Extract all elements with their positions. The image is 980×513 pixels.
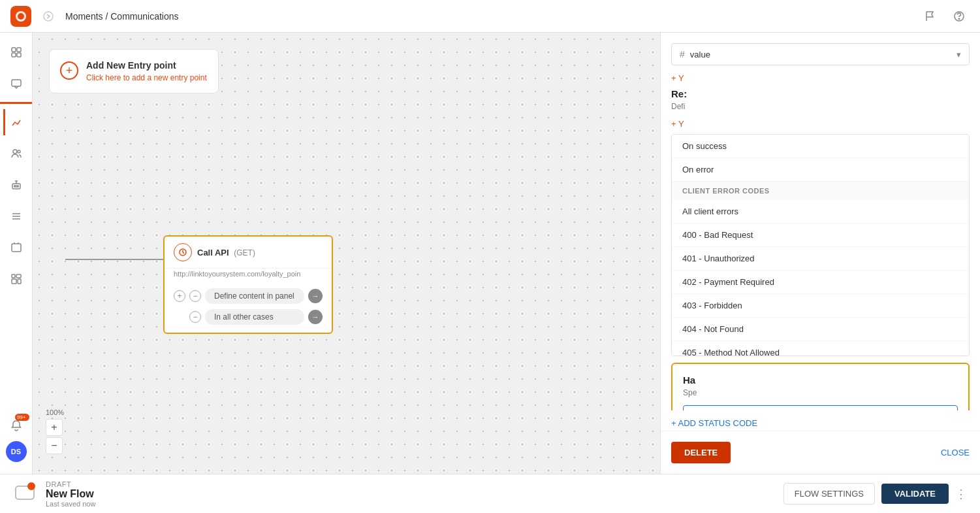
- branch-define-content[interactable]: + − Define content in panel →: [174, 288, 323, 304]
- dropdown-list-item[interactable]: On error: [672, 158, 969, 182]
- add-status-code-link[interactable]: + ADD STATUS CODE: [671, 410, 970, 431]
- sidebar-item-list[interactable]: [3, 203, 29, 229]
- notification-icon[interactable]: 99+: [3, 412, 29, 439]
- svg-point-22: [27, 482, 35, 490]
- entry-point-title: Add New Entry point: [86, 60, 207, 71]
- flow-draft-label: DRAFT: [46, 480, 95, 488]
- node-title: Call API (GET): [197, 248, 255, 257]
- svg-point-4: [958, 18, 959, 19]
- svg-rect-15: [12, 244, 21, 252]
- branch-add-icon[interactable]: +: [174, 290, 185, 302]
- sidebar-item-badge[interactable]: [3, 235, 29, 261]
- validate-button[interactable]: VALIDATE: [881, 484, 949, 504]
- branch-label: Define content in panel: [205, 288, 304, 304]
- svg-rect-14: [17, 186, 18, 187]
- svg-point-11: [18, 150, 20, 153]
- zoom-out-button[interactable]: −: [46, 437, 63, 454]
- close-button[interactable]: CLOSE: [941, 448, 970, 457]
- ha-panel: Ha Spe ▾ ✕ Please select status code: [671, 363, 970, 410]
- status-input-wrapper: ▾ ✕: [683, 405, 958, 410]
- sidebar-item-people[interactable]: [3, 141, 29, 167]
- flow-saved-label: Last saved now: [46, 500, 95, 508]
- ha-desc: Spe: [683, 388, 958, 397]
- value-dropdown[interactable]: # value ▾: [671, 43, 970, 65]
- more-options-button[interactable]: ⋮: [955, 487, 967, 501]
- branch-arrow-icon[interactable]: →: [308, 289, 323, 303]
- sidebar-item-grid2[interactable]: [3, 266, 29, 292]
- entry-point-subtitle: Click here to add a new entry point: [86, 73, 207, 82]
- chevron-down-icon: ▾: [956, 50, 961, 59]
- delete-button[interactable]: DELETE: [671, 442, 731, 463]
- dropdown-list-item[interactable]: All client errors: [672, 200, 969, 223]
- sidebar-item-robot[interactable]: [3, 172, 29, 198]
- node-icon: [174, 243, 192, 261]
- hash-icon: #: [680, 49, 685, 59]
- svg-rect-18: [12, 279, 16, 284]
- node-url: http://linktoyoursystem.com/loyalty_poin: [165, 269, 332, 283]
- branch-minus-icon2[interactable]: −: [189, 311, 201, 323]
- svg-rect-13: [14, 186, 16, 187]
- dropdown-list-item[interactable]: 405 - Method Not Allowed: [672, 341, 969, 356]
- plus-y-button2[interactable]: + Y: [671, 119, 684, 129]
- flow-name: New Flow: [46, 488, 95, 500]
- flow-icon: [13, 481, 37, 505]
- zoom-controls: 100% + −: [46, 408, 64, 454]
- dropdown-list-item[interactable]: 403 - Forbidden: [672, 294, 969, 318]
- svg-rect-16: [12, 274, 15, 278]
- response-title: Re:: [671, 88, 970, 99]
- sidebar-item-grid[interactable]: [3, 39, 29, 65]
- svg-rect-5: [12, 48, 16, 52]
- flag-button[interactable]: [920, 6, 941, 27]
- svg-rect-7: [12, 53, 16, 57]
- flow-settings-button[interactable]: FLOW SETTINGS: [783, 483, 875, 505]
- dropdown-list-item[interactable]: 404 - Not Found: [672, 318, 969, 341]
- svg-rect-17: [16, 274, 21, 278]
- dropdown-list-item[interactable]: 402 - Payment Required: [672, 271, 969, 294]
- svg-rect-9: [12, 80, 21, 86]
- entry-point-card[interactable]: + Add New Entry point Click here to add …: [49, 49, 219, 93]
- flow-info: DRAFT New Flow Last saved now: [13, 480, 95, 508]
- branch-arrow-icon2[interactable]: →: [308, 310, 323, 324]
- svg-point-2: [44, 12, 53, 21]
- user-avatar[interactable]: DS: [6, 441, 27, 462]
- dropdown-list[interactable]: On successOn errorClient error codesAll …: [671, 134, 970, 356]
- value-text: value: [690, 50, 951, 59]
- dropdown-group-label: Client error codes: [672, 182, 969, 200]
- ha-title: Ha: [683, 374, 958, 386]
- panel-footer: DELETE CLOSE: [661, 431, 980, 474]
- svg-rect-12: [12, 184, 20, 189]
- sidebar-item-analytics[interactable]: [3, 109, 29, 135]
- branch-label2: In all other cases: [205, 309, 304, 325]
- dropdown-list-item[interactable]: On success: [672, 135, 969, 158]
- breadcrumb: Moments / Communications: [65, 11, 179, 22]
- branch-other-cases[interactable]: − In all other cases →: [174, 309, 323, 325]
- zoom-in-button[interactable]: +: [46, 419, 63, 436]
- svg-point-10: [13, 150, 17, 154]
- sidebar-item-messages[interactable]: [3, 71, 29, 97]
- call-api-node[interactable]: Call API (GET) http://linktoyoursystem.c…: [163, 235, 333, 334]
- plus-y-button[interactable]: + Y: [671, 73, 684, 83]
- zoom-label: 100%: [46, 408, 64, 416]
- svg-rect-6: [17, 48, 21, 52]
- branch-minus-icon[interactable]: −: [189, 290, 201, 302]
- dropdown-list-item[interactable]: 401 - Unauthorized: [672, 247, 969, 271]
- dropdown-list-item[interactable]: 400 - Bad Request: [672, 223, 969, 247]
- response-desc: Defi: [671, 102, 970, 111]
- svg-rect-8: [17, 53, 21, 57]
- flow-icon-container: [13, 481, 37, 506]
- svg-rect-19: [18, 279, 21, 284]
- svg-point-1: [18, 13, 24, 20]
- help-button[interactable]: [949, 6, 970, 27]
- connector-line: [65, 259, 166, 260]
- nav-back-button[interactable]: [38, 6, 59, 27]
- app-logo[interactable]: [10, 6, 31, 27]
- entry-point-plus-icon: +: [60, 61, 78, 80]
